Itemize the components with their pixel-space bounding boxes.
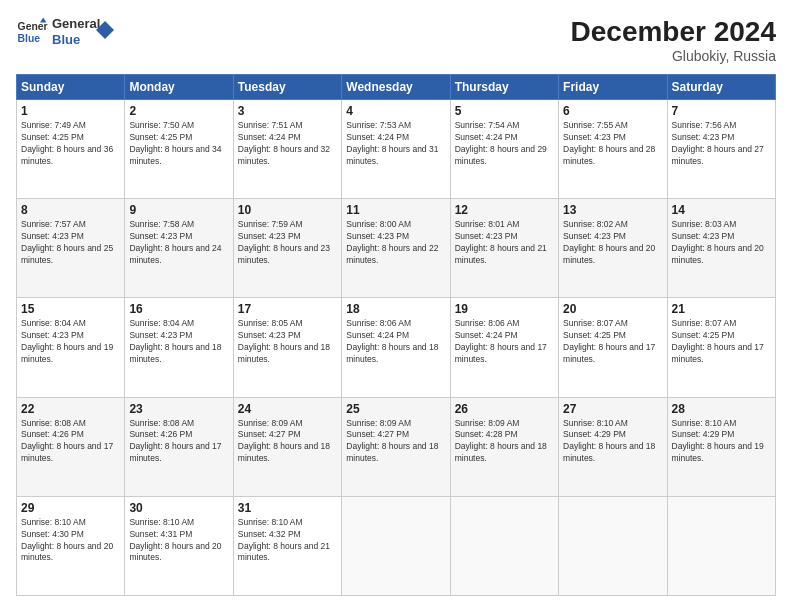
table-row: 12 Sunrise: 8:01 AM Sunset: 4:23 PM Dayl…	[450, 199, 558, 298]
day-number: 6	[563, 104, 662, 118]
day-number: 12	[455, 203, 554, 217]
day-info: Sunrise: 8:08 AM Sunset: 4:26 PM Dayligh…	[129, 418, 228, 466]
table-row: 27 Sunrise: 8:10 AM Sunset: 4:29 PM Dayl…	[559, 397, 667, 496]
table-row	[450, 496, 558, 595]
day-number: 1	[21, 104, 120, 118]
day-number: 26	[455, 402, 554, 416]
day-info: Sunrise: 8:09 AM Sunset: 4:27 PM Dayligh…	[346, 418, 445, 466]
table-row: 31 Sunrise: 8:10 AM Sunset: 4:32 PM Dayl…	[233, 496, 341, 595]
calendar-table: Sunday Monday Tuesday Wednesday Thursday…	[16, 74, 776, 596]
table-row: 14 Sunrise: 8:03 AM Sunset: 4:23 PM Dayl…	[667, 199, 775, 298]
day-number: 8	[21, 203, 120, 217]
table-row	[667, 496, 775, 595]
day-info: Sunrise: 8:07 AM Sunset: 4:25 PM Dayligh…	[563, 318, 662, 366]
svg-marker-2	[40, 18, 46, 23]
day-info: Sunrise: 8:08 AM Sunset: 4:26 PM Dayligh…	[21, 418, 120, 466]
logo-arrow-icon	[96, 21, 114, 39]
day-number: 24	[238, 402, 337, 416]
col-sunday: Sunday	[17, 75, 125, 100]
table-row: 28 Sunrise: 8:10 AM Sunset: 4:29 PM Dayl…	[667, 397, 775, 496]
table-row: 26 Sunrise: 8:09 AM Sunset: 4:28 PM Dayl…	[450, 397, 558, 496]
day-number: 4	[346, 104, 445, 118]
day-info: Sunrise: 8:01 AM Sunset: 4:23 PM Dayligh…	[455, 219, 554, 267]
day-number: 7	[672, 104, 771, 118]
day-info: Sunrise: 7:49 AM Sunset: 4:25 PM Dayligh…	[21, 120, 120, 168]
day-info: Sunrise: 7:56 AM Sunset: 4:23 PM Dayligh…	[672, 120, 771, 168]
table-row	[559, 496, 667, 595]
table-row: 13 Sunrise: 8:02 AM Sunset: 4:23 PM Dayl…	[559, 199, 667, 298]
calendar-week-row: 15 Sunrise: 8:04 AM Sunset: 4:23 PM Dayl…	[17, 298, 776, 397]
table-row: 30 Sunrise: 8:10 AM Sunset: 4:31 PM Dayl…	[125, 496, 233, 595]
table-row: 15 Sunrise: 8:04 AM Sunset: 4:23 PM Dayl…	[17, 298, 125, 397]
day-number: 30	[129, 501, 228, 515]
day-number: 14	[672, 203, 771, 217]
table-row: 5 Sunrise: 7:54 AM Sunset: 4:24 PM Dayli…	[450, 100, 558, 199]
location: Glubokiy, Russia	[571, 48, 776, 64]
day-info: Sunrise: 8:00 AM Sunset: 4:23 PM Dayligh…	[346, 219, 445, 267]
table-row: 17 Sunrise: 8:05 AM Sunset: 4:23 PM Dayl…	[233, 298, 341, 397]
day-info: Sunrise: 7:53 AM Sunset: 4:24 PM Dayligh…	[346, 120, 445, 168]
day-number: 13	[563, 203, 662, 217]
header: General Blue General Blue December 2024 …	[16, 16, 776, 64]
day-info: Sunrise: 8:03 AM Sunset: 4:23 PM Dayligh…	[672, 219, 771, 267]
day-number: 21	[672, 302, 771, 316]
day-info: Sunrise: 7:50 AM Sunset: 4:25 PM Dayligh…	[129, 120, 228, 168]
table-row: 1 Sunrise: 7:49 AM Sunset: 4:25 PM Dayli…	[17, 100, 125, 199]
calendar-week-row: 8 Sunrise: 7:57 AM Sunset: 4:23 PM Dayli…	[17, 199, 776, 298]
day-number: 17	[238, 302, 337, 316]
col-monday: Monday	[125, 75, 233, 100]
col-friday: Friday	[559, 75, 667, 100]
day-info: Sunrise: 8:10 AM Sunset: 4:31 PM Dayligh…	[129, 517, 228, 565]
day-info: Sunrise: 8:06 AM Sunset: 4:24 PM Dayligh…	[455, 318, 554, 366]
table-row: 29 Sunrise: 8:10 AM Sunset: 4:30 PM Dayl…	[17, 496, 125, 595]
day-number: 10	[238, 203, 337, 217]
day-number: 2	[129, 104, 228, 118]
col-thursday: Thursday	[450, 75, 558, 100]
svg-marker-3	[96, 21, 114, 39]
logo-icon: General Blue	[16, 16, 48, 48]
col-wednesday: Wednesday	[342, 75, 450, 100]
day-number: 20	[563, 302, 662, 316]
logo-blue: Blue	[52, 32, 100, 48]
day-number: 15	[21, 302, 120, 316]
svg-text:Blue: Blue	[18, 33, 41, 44]
day-info: Sunrise: 8:10 AM Sunset: 4:29 PM Dayligh…	[672, 418, 771, 466]
day-number: 29	[21, 501, 120, 515]
day-number: 25	[346, 402, 445, 416]
day-info: Sunrise: 8:06 AM Sunset: 4:24 PM Dayligh…	[346, 318, 445, 366]
day-info: Sunrise: 8:09 AM Sunset: 4:27 PM Dayligh…	[238, 418, 337, 466]
day-info: Sunrise: 8:10 AM Sunset: 4:29 PM Dayligh…	[563, 418, 662, 466]
day-info: Sunrise: 7:51 AM Sunset: 4:24 PM Dayligh…	[238, 120, 337, 168]
table-row: 16 Sunrise: 8:04 AM Sunset: 4:23 PM Dayl…	[125, 298, 233, 397]
table-row: 24 Sunrise: 8:09 AM Sunset: 4:27 PM Dayl…	[233, 397, 341, 496]
day-info: Sunrise: 8:07 AM Sunset: 4:25 PM Dayligh…	[672, 318, 771, 366]
table-row: 6 Sunrise: 7:55 AM Sunset: 4:23 PM Dayli…	[559, 100, 667, 199]
day-info: Sunrise: 8:05 AM Sunset: 4:23 PM Dayligh…	[238, 318, 337, 366]
table-row: 10 Sunrise: 7:59 AM Sunset: 4:23 PM Dayl…	[233, 199, 341, 298]
month-title: December 2024	[571, 16, 776, 48]
day-number: 3	[238, 104, 337, 118]
title-area: December 2024 Glubokiy, Russia	[571, 16, 776, 64]
table-row: 23 Sunrise: 8:08 AM Sunset: 4:26 PM Dayl…	[125, 397, 233, 496]
calendar-week-row: 29 Sunrise: 8:10 AM Sunset: 4:30 PM Dayl…	[17, 496, 776, 595]
table-row: 2 Sunrise: 7:50 AM Sunset: 4:25 PM Dayli…	[125, 100, 233, 199]
table-row: 25 Sunrise: 8:09 AM Sunset: 4:27 PM Dayl…	[342, 397, 450, 496]
table-row: 9 Sunrise: 7:58 AM Sunset: 4:23 PM Dayli…	[125, 199, 233, 298]
table-row: 18 Sunrise: 8:06 AM Sunset: 4:24 PM Dayl…	[342, 298, 450, 397]
table-row	[342, 496, 450, 595]
table-row: 4 Sunrise: 7:53 AM Sunset: 4:24 PM Dayli…	[342, 100, 450, 199]
day-number: 27	[563, 402, 662, 416]
day-info: Sunrise: 7:58 AM Sunset: 4:23 PM Dayligh…	[129, 219, 228, 267]
calendar-week-row: 22 Sunrise: 8:08 AM Sunset: 4:26 PM Dayl…	[17, 397, 776, 496]
day-info: Sunrise: 7:55 AM Sunset: 4:23 PM Dayligh…	[563, 120, 662, 168]
day-number: 9	[129, 203, 228, 217]
day-number: 11	[346, 203, 445, 217]
table-row: 8 Sunrise: 7:57 AM Sunset: 4:23 PM Dayli…	[17, 199, 125, 298]
table-row: 19 Sunrise: 8:06 AM Sunset: 4:24 PM Dayl…	[450, 298, 558, 397]
day-number: 19	[455, 302, 554, 316]
day-number: 5	[455, 104, 554, 118]
day-number: 31	[238, 501, 337, 515]
day-number: 28	[672, 402, 771, 416]
table-row: 7 Sunrise: 7:56 AM Sunset: 4:23 PM Dayli…	[667, 100, 775, 199]
day-info: Sunrise: 8:10 AM Sunset: 4:30 PM Dayligh…	[21, 517, 120, 565]
